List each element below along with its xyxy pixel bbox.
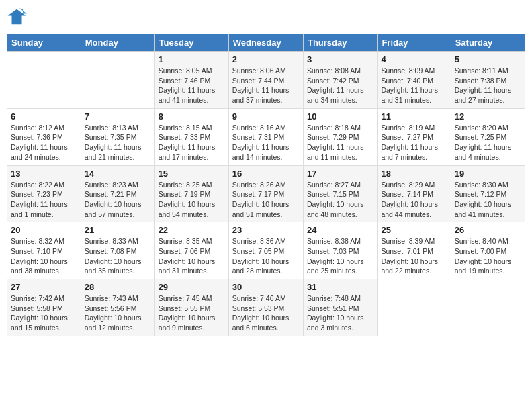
page: SundayMondayTuesdayWednesdayThursdayFrid… xyxy=(0,0,532,411)
calendar-cell xyxy=(378,279,451,336)
day-number: 12 xyxy=(455,111,521,122)
week-row-5: 27Sunrise: 7:42 AMSunset: 5:58 PMDayligh… xyxy=(7,279,525,336)
day-info: Sunrise: 8:22 AMSunset: 7:23 PMDaylight:… xyxy=(11,180,77,220)
weekday-header-friday: Friday xyxy=(378,34,451,52)
day-info: Sunrise: 8:36 AMSunset: 7:05 PMDaylight:… xyxy=(232,236,300,276)
calendar-cell: 22Sunrise: 8:35 AMSunset: 7:06 PMDayligh… xyxy=(154,222,228,279)
weekday-header-monday: Monday xyxy=(81,34,154,52)
day-number: 4 xyxy=(381,54,447,64)
calendar-cell xyxy=(81,52,154,109)
day-number: 22 xyxy=(159,225,225,235)
header xyxy=(7,7,525,27)
day-info: Sunrise: 7:46 AMSunset: 5:53 PMDaylight:… xyxy=(232,293,300,333)
day-info: Sunrise: 7:43 AMSunset: 5:56 PMDaylight:… xyxy=(85,293,151,333)
calendar-cell: 4Sunrise: 8:09 AMSunset: 7:40 PMDaylight… xyxy=(378,52,451,109)
day-info: Sunrise: 8:38 AMSunset: 7:03 PMDaylight:… xyxy=(307,236,373,276)
day-number: 14 xyxy=(85,169,151,179)
day-info: Sunrise: 8:16 AMSunset: 7:31 PMDaylight:… xyxy=(232,123,300,163)
day-number: 21 xyxy=(85,225,151,235)
day-info: Sunrise: 8:09 AMSunset: 7:40 PMDaylight:… xyxy=(381,66,447,105)
weekday-header-thursday: Thursday xyxy=(303,34,377,52)
day-info: Sunrise: 8:11 AMSunset: 7:38 PMDaylight:… xyxy=(455,66,521,105)
day-info: Sunrise: 8:18 AMSunset: 7:29 PMDaylight:… xyxy=(307,123,373,163)
calendar-cell xyxy=(451,279,525,336)
day-number: 23 xyxy=(232,225,300,235)
day-number: 13 xyxy=(11,169,77,179)
day-info: Sunrise: 8:27 AMSunset: 7:15 PMDaylight:… xyxy=(307,180,373,220)
day-number: 19 xyxy=(455,169,521,179)
day-info: Sunrise: 8:13 AMSunset: 7:35 PMDaylight:… xyxy=(85,123,151,163)
day-number: 18 xyxy=(381,169,447,179)
day-number: 11 xyxy=(381,111,447,122)
logo xyxy=(7,7,28,27)
week-row-3: 13Sunrise: 8:22 AMSunset: 7:23 PMDayligh… xyxy=(7,165,525,222)
day-number: 27 xyxy=(11,282,77,292)
calendar-cell xyxy=(7,52,81,109)
day-number: 1 xyxy=(159,54,225,64)
calendar-cell: 19Sunrise: 8:30 AMSunset: 7:12 PMDayligh… xyxy=(451,165,525,222)
day-number: 10 xyxy=(307,111,373,122)
day-info: Sunrise: 8:15 AMSunset: 7:33 PMDaylight:… xyxy=(159,123,225,163)
calendar-cell: 30Sunrise: 7:46 AMSunset: 5:53 PMDayligh… xyxy=(228,279,303,336)
day-info: Sunrise: 8:06 AMSunset: 7:44 PMDaylight:… xyxy=(232,66,300,105)
week-row-4: 20Sunrise: 8:32 AMSunset: 7:10 PMDayligh… xyxy=(7,222,525,279)
day-number: 15 xyxy=(159,169,225,179)
calendar-cell: 6Sunrise: 8:12 AMSunset: 7:36 PMDaylight… xyxy=(7,108,81,165)
weekday-header-wednesday: Wednesday xyxy=(228,34,303,52)
day-info: Sunrise: 8:23 AMSunset: 7:21 PMDaylight:… xyxy=(85,180,151,220)
day-info: Sunrise: 8:35 AMSunset: 7:06 PMDaylight:… xyxy=(159,236,225,276)
calendar-cell: 16Sunrise: 8:26 AMSunset: 7:17 PMDayligh… xyxy=(228,165,303,222)
day-info: Sunrise: 8:12 AMSunset: 7:36 PMDaylight:… xyxy=(11,123,77,163)
day-info: Sunrise: 8:33 AMSunset: 7:08 PMDaylight:… xyxy=(85,236,151,276)
day-info: Sunrise: 8:32 AMSunset: 7:10 PMDaylight:… xyxy=(11,236,77,276)
calendar-cell: 2Sunrise: 8:06 AMSunset: 7:44 PMDaylight… xyxy=(228,52,303,109)
calendar-cell: 24Sunrise: 8:38 AMSunset: 7:03 PMDayligh… xyxy=(303,222,377,279)
day-number: 20 xyxy=(11,225,77,235)
weekday-header-tuesday: Tuesday xyxy=(154,34,228,52)
day-number: 9 xyxy=(232,111,300,122)
week-row-2: 6Sunrise: 8:12 AMSunset: 7:36 PMDaylight… xyxy=(7,108,525,165)
calendar-cell: 27Sunrise: 7:42 AMSunset: 5:58 PMDayligh… xyxy=(7,279,81,336)
day-number: 29 xyxy=(159,282,225,292)
day-info: Sunrise: 8:29 AMSunset: 7:14 PMDaylight:… xyxy=(381,180,447,220)
calendar-cell: 25Sunrise: 8:39 AMSunset: 7:01 PMDayligh… xyxy=(378,222,451,279)
calendar-cell: 21Sunrise: 8:33 AMSunset: 7:08 PMDayligh… xyxy=(81,222,154,279)
calendar-cell: 8Sunrise: 8:15 AMSunset: 7:33 PMDaylight… xyxy=(154,108,228,165)
calendar-cell: 15Sunrise: 8:25 AMSunset: 7:19 PMDayligh… xyxy=(154,165,228,222)
calendar-cell: 26Sunrise: 8:40 AMSunset: 7:00 PMDayligh… xyxy=(451,222,525,279)
calendar-cell: 12Sunrise: 8:20 AMSunset: 7:25 PMDayligh… xyxy=(451,108,525,165)
calendar-cell: 28Sunrise: 7:43 AMSunset: 5:56 PMDayligh… xyxy=(81,279,154,336)
calendar-cell: 13Sunrise: 8:22 AMSunset: 7:23 PMDayligh… xyxy=(7,165,81,222)
calendar-cell: 29Sunrise: 7:45 AMSunset: 5:55 PMDayligh… xyxy=(154,279,228,336)
day-info: Sunrise: 8:08 AMSunset: 7:42 PMDaylight:… xyxy=(307,66,373,105)
day-info: Sunrise: 8:40 AMSunset: 7:00 PMDaylight:… xyxy=(455,236,521,276)
day-number: 28 xyxy=(85,282,151,292)
day-number: 26 xyxy=(455,225,521,235)
day-number: 30 xyxy=(232,282,300,292)
calendar-cell: 5Sunrise: 8:11 AMSunset: 7:38 PMDaylight… xyxy=(451,52,525,109)
day-info: Sunrise: 8:26 AMSunset: 7:17 PMDaylight:… xyxy=(232,180,300,220)
day-number: 24 xyxy=(307,225,373,235)
day-number: 25 xyxy=(381,225,447,235)
calendar-cell: 17Sunrise: 8:27 AMSunset: 7:15 PMDayligh… xyxy=(303,165,377,222)
day-number: 17 xyxy=(307,169,373,179)
weekday-header-row: SundayMondayTuesdayWednesdayThursdayFrid… xyxy=(7,34,525,52)
calendar-cell: 23Sunrise: 8:36 AMSunset: 7:05 PMDayligh… xyxy=(228,222,303,279)
weekday-header-saturday: Saturday xyxy=(451,34,525,52)
day-number: 2 xyxy=(232,54,300,64)
day-info: Sunrise: 8:39 AMSunset: 7:01 PMDaylight:… xyxy=(381,236,447,276)
calendar-cell: 3Sunrise: 8:08 AMSunset: 7:42 PMDaylight… xyxy=(303,52,377,109)
calendar-cell: 14Sunrise: 8:23 AMSunset: 7:21 PMDayligh… xyxy=(81,165,154,222)
day-info: Sunrise: 7:48 AMSunset: 5:51 PMDaylight:… xyxy=(307,293,373,333)
calendar-cell: 18Sunrise: 8:29 AMSunset: 7:14 PMDayligh… xyxy=(378,165,451,222)
day-number: 7 xyxy=(85,111,151,122)
calendar-cell: 11Sunrise: 8:19 AMSunset: 7:27 PMDayligh… xyxy=(378,108,451,165)
day-number: 5 xyxy=(455,54,521,64)
calendar-cell: 20Sunrise: 8:32 AMSunset: 7:10 PMDayligh… xyxy=(7,222,81,279)
logo-icon xyxy=(7,7,27,27)
calendar-cell: 31Sunrise: 7:48 AMSunset: 5:51 PMDayligh… xyxy=(303,279,377,336)
day-number: 31 xyxy=(307,282,373,292)
day-info: Sunrise: 8:25 AMSunset: 7:19 PMDaylight:… xyxy=(159,180,225,220)
calendar: SundayMondayTuesdayWednesdayThursdayFrid… xyxy=(7,34,525,336)
day-info: Sunrise: 7:42 AMSunset: 5:58 PMDaylight:… xyxy=(11,293,77,333)
